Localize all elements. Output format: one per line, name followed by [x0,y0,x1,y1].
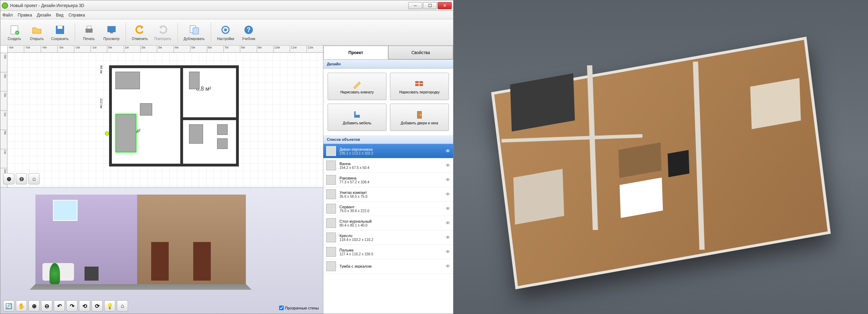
create-button[interactable]: + Создать [4,21,25,44]
furniture-item[interactable] [189,72,200,89]
visibility-toggle-icon[interactable]: 👁 [445,249,450,255]
menu-help[interactable]: Справка [68,13,85,18]
redo-button[interactable]: Повторить [152,21,174,44]
drag-handle[interactable] [105,131,109,136]
home-button[interactable]: ⌂ [28,173,40,184]
preview-button[interactable]: Просмотр [101,21,122,44]
print-button[interactable]: Печать [79,21,100,44]
object-list-item[interactable]: Унитаз компакт35.6 x 56.5 x 75.0👁 [323,187,453,202]
ruler-tick: 2м [140,46,157,52]
undo-button[interactable]: Отменить [129,21,150,44]
transparent-walls-checkbox[interactable]: Прозрачные стены [279,306,319,310]
ruler-tick: 10м [273,46,290,52]
object-list-item[interactable]: Сервант79.0 x 39.6 x 222.0👁 [323,202,453,216]
window-title: Новый проект - Дизайн Интерьера 3D [10,3,408,8]
preview-3d[interactable]: 🔄 ✋ ⊕ ⊖ ↶ ↷ ⟲ ⟳ 💡 ⌂ Прозрачные стены [0,187,323,314]
tool-rotate3d[interactable]: 🔄 [3,300,14,312]
visibility-toggle-icon[interactable]: 👁 [445,235,450,240]
dimension-label: 84 см [100,65,103,73]
tab-properties[interactable]: Свойства [388,46,453,59]
visibility-toggle-icon[interactable]: 👁 [445,177,450,183]
zoom-in-button[interactable]: ⊕ [28,300,40,312]
object-name: Раковина [339,176,442,180]
maximize-button[interactable]: ☐ [423,2,437,9]
object-list-item[interactable]: Ванна154.2 x 67.5 x 50.4👁 [323,158,453,173]
tool-rotate-right[interactable]: ↷ [66,300,78,312]
tool-pan[interactable]: ✋ [16,300,27,312]
furniture-item[interactable] [115,72,140,89]
furniture-sink[interactable] [217,138,228,149]
ruler-tick: -2м [74,46,90,52]
object-list-item[interactable]: Кресло118.4 x 103.2 x 110.2👁 [323,230,453,245]
visibility-toggle-icon[interactable]: 👁 [445,163,450,168]
home-button[interactable]: ⌂ [117,300,128,312]
visibility-toggle-icon[interactable]: 👁 [445,206,450,211]
object-thumbnail [326,175,336,185]
object-list-item[interactable]: Диван еврокнижка235.1 x 113.1 x 102.2👁 [323,144,453,158]
object-name: Стол журнальный [339,219,442,223]
visibility-toggle-icon[interactable]: 👁 [445,191,450,197]
rotate-right-icon: ↷ [70,303,74,309]
object-text: Стол журнальный80.4 x 80.1 x 40.0 [339,219,442,227]
ruler-horizontal: -6м-5м-4м-3м-2м-1м0м1м2м3м4м5м6м7м8м9м10… [7,46,323,53]
view-tools: ⊕ ⊖ ⌂ [3,173,40,184]
add-furniture-button[interactable]: Добавить мебель [328,104,386,131]
furniture-bathtub[interactable] [189,124,203,144]
visibility-toggle-icon[interactable]: 👁 [445,263,450,269]
draw-room-button[interactable]: Нарисовать комнату [328,73,386,100]
zoom-out-button[interactable]: ⊖ [41,300,52,312]
tool-flip-h[interactable]: ⟲ [79,300,90,312]
menu-file[interactable]: Файл [2,13,13,18]
furniture-sofa[interactable] [115,114,136,152]
zoom-out-button[interactable]: ⊖ [16,173,27,184]
canvas-area: -6м-5м-4м-3м-2м-1м0м1м2м3м4м5м6м7м8м9м10… [0,46,323,314]
svg-rect-18 [419,84,423,86]
object-list-item[interactable]: Пальма127.4 x 116.2 x 158.5👁 [323,245,453,259]
tool-rotate-left[interactable]: ↶ [54,300,65,312]
object-dimensions: 235.1 x 113.1 x 102.2 [339,151,442,155]
ruler-tick: 1м [0,149,7,168]
save-button[interactable]: Сохранить [49,21,71,44]
menu-edit[interactable]: Правка [18,13,32,18]
object-dimensions: 77.3 x 57.2 x 108.4 [339,180,442,184]
object-list-item[interactable]: Раковина77.3 x 57.2 x 108.4👁 [323,173,453,187]
plan-view[interactable]: -6м-5м-4м-3м-2м-1м0м1м2м3м4м5м6м7м8м9м10… [0,46,323,187]
transparent-walls-input[interactable] [279,306,284,310]
floorplan[interactable]: 16,3 м² 6,8 м² [109,65,239,166]
object-list-item[interactable]: Тумба с зеркалом👁 [323,259,453,274]
minimize-button[interactable]: ─ [408,2,422,9]
svg-rect-17 [415,84,419,86]
visibility-toggle-icon[interactable]: 👁 [445,148,450,154]
zoom-in-button[interactable]: ⊕ [3,173,14,184]
ruler-tick: 9м [257,46,273,52]
visibility-toggle-icon[interactable]: 👁 [445,220,450,226]
tool-light[interactable]: 💡 [104,300,115,312]
close-button[interactable]: ✕ [438,2,452,9]
duplicate-button[interactable]: Дублировать [181,21,207,44]
tutorial-button[interactable]: ? Учебник [238,21,259,44]
ruler-tick: -1м [90,46,107,52]
tabs: Проект Свойства [323,46,453,60]
object-list-item[interactable]: Стол журнальный80.4 x 80.1 x 40.0👁 [323,216,453,230]
furniture-table[interactable] [140,103,152,116]
interior-wall[interactable] [180,117,236,120]
add-doors-button[interactable]: Добавить двери и окна [390,104,449,131]
draw-wall-button[interactable]: Нарисовать перегородку [390,73,449,100]
gear-icon [220,24,231,35]
ruler-tick: 3м [157,46,173,52]
interior-wall[interactable] [180,68,183,164]
ruler-tick: -4м [41,46,57,52]
separator [126,23,126,42]
svg-point-22 [420,114,421,115]
menu-design[interactable]: Дизайн [37,13,51,18]
object-list[interactable]: Диван еврокнижка235.1 x 113.1 x 102.2👁Ва… [323,144,453,314]
ruler-tick: 5м [190,46,207,52]
open-button[interactable]: Открыть [26,21,47,44]
menu-view[interactable]: Вид [56,13,63,18]
settings-button[interactable]: Настройки [215,21,237,44]
ruler-tick: 4м [174,46,190,52]
tab-project[interactable]: Проект [323,46,388,59]
furniture-toilet[interactable] [217,124,228,135]
tool-flip-v[interactable]: ⟳ [92,300,103,312]
ruler-tick: 1м [124,46,140,52]
